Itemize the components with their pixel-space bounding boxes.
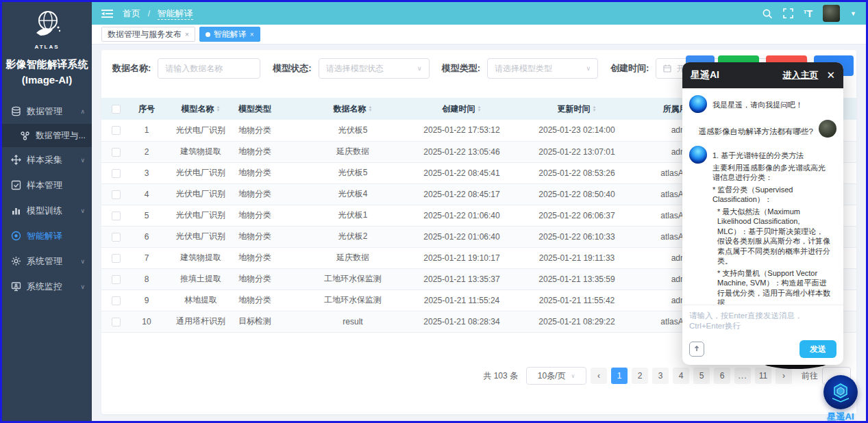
tab-intelligent-interpretation[interactable]: 智能解译 × bbox=[199, 27, 260, 42]
sidebar-item-data-management-publish[interactable]: 数据管理与... bbox=[2, 124, 92, 147]
row-checkbox[interactable] bbox=[112, 169, 121, 178]
sort-icon[interactable]: ▲▼ bbox=[478, 105, 482, 112]
row-checkbox[interactable] bbox=[112, 318, 121, 326]
table-cell: 2025-01-22 08:50:40 bbox=[519, 183, 634, 205]
table-cell: 通用塔杆识别 bbox=[163, 311, 238, 332]
message-text: 我是星遥，请向我提问吧！ bbox=[712, 98, 803, 113]
close-icon[interactable]: × bbox=[185, 31, 189, 38]
row-checkbox[interactable] bbox=[112, 190, 121, 199]
column-header[interactable]: 更新时间▲▼ bbox=[519, 98, 634, 120]
sidebar: ATLAS 影像智能解译系统 (Image-AI) 数据管理∧数据管理与...样… bbox=[2, 2, 92, 421]
table-cell: 6 bbox=[130, 226, 163, 247]
page-size-select[interactable]: 10条/页∨ bbox=[526, 367, 586, 385]
sidebar-item-data-management[interactable]: 数据管理∧ bbox=[2, 99, 92, 124]
search-icon[interactable] bbox=[762, 8, 773, 19]
page-button-4[interactable]: 4 bbox=[673, 368, 689, 384]
chevron-down-icon: ∨ bbox=[80, 283, 85, 290]
table-cell: 2025-01-21 08:29:22 bbox=[519, 311, 634, 332]
page-button-3[interactable]: 3 bbox=[652, 368, 669, 384]
table-cell: 地物分类 bbox=[238, 226, 301, 247]
table-cell: 光伏板5 bbox=[301, 120, 404, 141]
sidebar-item-label: 数据管理 bbox=[27, 105, 79, 118]
collapse-sidebar-icon[interactable] bbox=[101, 9, 113, 18]
table-cell: 光伏电厂识别 bbox=[163, 162, 238, 183]
avatar[interactable] bbox=[823, 5, 840, 22]
table-cell: 延庆数据 bbox=[301, 141, 404, 162]
sidebar-item-label: 模型训练 bbox=[27, 205, 79, 217]
column-header[interactable]: 模型名称▲▼ bbox=[163, 98, 238, 120]
row-checkbox[interactable] bbox=[112, 275, 121, 284]
row-checkbox[interactable] bbox=[112, 148, 121, 157]
topbar: 首页 / 智能解译 тT ▼ bbox=[92, 2, 866, 25]
sidebar-item-sample-collection[interactable]: 样本采集∨ bbox=[2, 147, 92, 172]
table-cell: 2025-01-21 19:10:17 bbox=[404, 247, 519, 268]
table-cell: 建筑物提取 bbox=[163, 247, 238, 268]
chevron-down-icon[interactable]: ▼ bbox=[850, 10, 856, 17]
table-cell: 光伏板1 bbox=[301, 205, 404, 226]
close-icon[interactable]: ✕ bbox=[826, 69, 835, 81]
sidebar-item-model-training[interactable]: 模型训练∨ bbox=[2, 198, 92, 223]
page-button-1[interactable]: 1 bbox=[611, 368, 628, 384]
table-cell: 2025-01-22 13:05:46 bbox=[404, 141, 519, 162]
send-button[interactable]: 发送 bbox=[799, 340, 836, 358]
table-cell: 光伏电厂识别 bbox=[163, 183, 238, 205]
message-text: 遥感影像自动解译方法都有哪些? bbox=[699, 125, 813, 139]
floating-ai-button[interactable]: 星遥AI bbox=[821, 375, 860, 423]
page-button-2[interactable]: 2 bbox=[632, 368, 648, 384]
row-checkbox[interactable] bbox=[112, 296, 121, 305]
select-all-checkbox[interactable] bbox=[112, 105, 121, 114]
sidebar-item-intelligent-interpretation[interactable]: 智能解译 bbox=[2, 223, 92, 248]
prev-page-button[interactable]: ‹ bbox=[591, 368, 607, 384]
table-cell: 2025-01-22 06:06:37 bbox=[519, 205, 634, 226]
table-cell: 目标检测 bbox=[238, 311, 301, 332]
row-checkbox[interactable] bbox=[112, 233, 121, 242]
sort-icon[interactable]: ▲▼ bbox=[369, 105, 373, 112]
tab-data-management-publish[interactable]: 数据管理与服务发布 × bbox=[101, 27, 195, 42]
table-cell: 2025-01-22 08:45:17 bbox=[404, 183, 519, 205]
row-checkbox[interactable] bbox=[112, 126, 121, 135]
table-cell: 地物分类 bbox=[238, 205, 301, 226]
page-button-6[interactable]: 6 bbox=[714, 368, 730, 384]
table-cell: 2025-01-21 13:35:59 bbox=[519, 268, 634, 290]
chat-home-link[interactable]: 进入主页 bbox=[782, 69, 818, 81]
breadcrumb-home[interactable]: 首页 bbox=[123, 8, 140, 18]
sidebar-item-system-management[interactable]: 系统管理∨ bbox=[2, 248, 92, 274]
sidebar-item-label: 数据管理与... bbox=[36, 130, 85, 142]
row-checkbox[interactable] bbox=[112, 254, 121, 263]
chat-header: 星遥AI 进入主页 ✕ bbox=[682, 62, 843, 88]
sort-icon[interactable]: ▲▼ bbox=[216, 105, 221, 112]
table-cell: 地物分类 bbox=[238, 183, 301, 205]
table-cell: 2025-01-21 08:28:34 bbox=[404, 311, 519, 332]
check-square-icon bbox=[11, 180, 21, 190]
column-header[interactable]: 数据名称▲▼ bbox=[301, 98, 404, 120]
column-header: 模型类型 bbox=[238, 98, 301, 120]
table-cell: 推填土提取 bbox=[163, 268, 238, 290]
chat-input[interactable]: 请输入，按Enter直接发送消息，Ctrl+Enter换行 bbox=[689, 311, 836, 340]
next-page-button[interactable]: › bbox=[776, 368, 792, 384]
font-size-icon[interactable]: тT bbox=[804, 8, 813, 19]
close-icon[interactable]: × bbox=[250, 31, 254, 38]
table-cell: 2025-01-22 17:53:12 bbox=[404, 120, 519, 141]
table-cell: 2025-01-22 01:06:40 bbox=[404, 205, 519, 226]
page-size-value: 10条/页 bbox=[538, 370, 566, 382]
goto-label: 前往 bbox=[802, 370, 818, 382]
ai-badge-icon bbox=[823, 375, 858, 409]
sidebar-item-system-monitoring[interactable]: 系统监控∨ bbox=[2, 274, 92, 299]
chevron-up-icon: ∧ bbox=[80, 108, 85, 115]
page-button-11[interactable]: 11 bbox=[755, 368, 771, 384]
breadcrumb-current: 智能解译 bbox=[158, 8, 193, 20]
fullscreen-icon[interactable] bbox=[783, 8, 793, 18]
move-icon bbox=[11, 155, 21, 165]
table-cell: 建筑物提取 bbox=[163, 141, 238, 162]
page-ellipsis[interactable]: ... bbox=[734, 368, 751, 384]
sort-icon[interactable]: ▲▼ bbox=[593, 105, 597, 112]
app-logo: ATLAS bbox=[2, 2, 92, 50]
table-cell: 10 bbox=[130, 311, 163, 332]
column-header[interactable]: 创建时间▲▼ bbox=[404, 98, 519, 120]
table-cell: 光伏电厂识别 bbox=[163, 120, 238, 141]
sidebar-item-sample-management[interactable]: 样本管理 bbox=[2, 172, 92, 198]
table-cell: 光伏电厂识别 bbox=[163, 205, 238, 226]
row-checkbox[interactable] bbox=[112, 212, 121, 220]
page-button-5[interactable]: 5 bbox=[693, 368, 710, 384]
upload-icon[interactable] bbox=[689, 342, 704, 357]
